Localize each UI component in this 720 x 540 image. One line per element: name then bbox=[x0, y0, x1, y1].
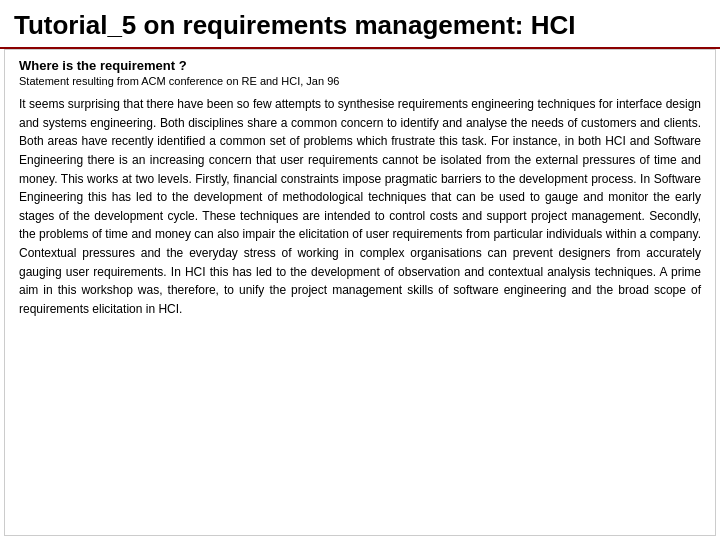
page-title: Tutorial_5 on requirements management: H… bbox=[14, 10, 576, 40]
main-body-text: It seems surprising that there have been… bbox=[19, 95, 701, 318]
content-area: Where is the requirement ? Statement res… bbox=[4, 49, 716, 536]
section-header: Where is the requirement ? bbox=[19, 58, 701, 73]
title-bar: Tutorial_5 on requirements management: H… bbox=[0, 0, 720, 49]
section-subheader: Statement resulting from ACM conference … bbox=[19, 75, 701, 87]
page-container: Tutorial_5 on requirements management: H… bbox=[0, 0, 720, 540]
